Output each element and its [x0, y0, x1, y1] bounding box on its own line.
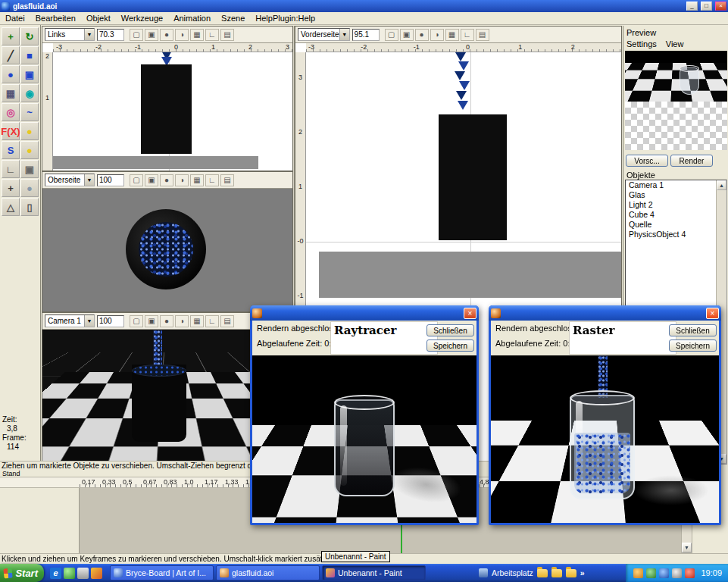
folder-icon[interactable]	[551, 569, 562, 577]
render-button[interactable]: Render	[670, 155, 713, 167]
zoom-input[interactable]	[352, 29, 380, 41]
smooth-mode-icon[interactable]: ●	[160, 174, 173, 186]
tray-icon[interactable]	[659, 568, 669, 578]
viewport-canvas-oberseite[interactable]	[42, 189, 292, 311]
camera-controls-icon[interactable]: ▤	[220, 29, 234, 41]
close-button[interactable]: Schließen	[669, 324, 717, 336]
shaded-mode-icon[interactable]: ▣	[400, 29, 414, 41]
textured-mode-icon[interactable]: ◑	[175, 315, 189, 327]
glass-object-camera[interactable]	[132, 365, 186, 442]
toolbar-label[interactable]: Arbeitsplatz	[492, 568, 533, 577]
tray-icon[interactable]	[646, 568, 656, 578]
spline-tool-icon[interactable]: S	[2, 141, 20, 159]
shaded-mode-icon[interactable]: ▣	[145, 29, 158, 41]
create-cube-tool-icon[interactable]: ■	[20, 46, 39, 64]
mesh-sphere-tool-icon[interactable]: ▦	[2, 84, 20, 102]
edit-points-tool-icon[interactable]: ╱	[2, 46, 20, 64]
spotlight-tool-icon[interactable]: ●	[20, 141, 39, 159]
zoom-input[interactable]	[97, 29, 124, 41]
torus-tool-icon[interactable]: ◎	[2, 103, 20, 121]
chevron-down-icon[interactable]: ▼	[339, 29, 349, 40]
pan-tool-icon[interactable]: +	[2, 179, 20, 197]
menu-item[interactable]: Animation	[168, 13, 216, 23]
folder-icon[interactable]	[537, 569, 548, 577]
floor-object[interactable]	[53, 156, 258, 169]
object-list-item[interactable]: Camera 1	[626, 180, 716, 190]
axes-toggle-icon[interactable]: ∟	[205, 174, 219, 186]
glass-object-front[interactable]	[439, 114, 507, 240]
task-button-glasfluid[interactable]: glasfluid.aoi	[216, 565, 320, 580]
task-button-bryce[interactable]: Bryce-Board | Art of I...	[110, 565, 214, 580]
object-list-item[interactable]: Glas	[626, 190, 716, 200]
menu-item[interactable]: Werkzeuge	[116, 13, 168, 23]
zoom-input[interactable]	[97, 174, 124, 186]
shaded-mode-icon[interactable]: ▣	[145, 174, 158, 186]
curve-tool-icon[interactable]: ~	[20, 103, 39, 121]
tab-settings[interactable]: Settings	[626, 39, 657, 48]
zoom-input[interactable]	[97, 315, 124, 327]
object-list-item[interactable]: Cube 4	[626, 210, 716, 220]
smooth-mode-icon[interactable]: ●	[160, 315, 173, 327]
axes-toggle-icon[interactable]: ∟	[205, 315, 219, 327]
camera-controls-icon[interactable]: ▤	[220, 174, 234, 186]
view-select-dropdown[interactable]: Oberseite ▼	[45, 174, 95, 186]
tab-view[interactable]: View	[666, 39, 684, 48]
close-icon[interactable]: ×	[464, 308, 476, 319]
chevron-down-icon[interactable]: ▼	[84, 174, 94, 186]
cone-tool-icon[interactable]: △	[2, 198, 20, 216]
wireframe-mode-icon[interactable]: ▢	[385, 29, 398, 41]
save-button[interactable]: Speichern	[426, 340, 474, 352]
smooth-mode-icon[interactable]: ●	[160, 29, 173, 41]
menu-item[interactable]: Szene	[216, 13, 250, 23]
textured-mode-icon[interactable]: ◑	[175, 29, 189, 41]
tray-icon[interactable]	[685, 568, 695, 578]
axes-toggle-icon[interactable]: ∟	[205, 29, 219, 41]
glass-object-side[interactable]	[141, 64, 192, 154]
grid-toggle-icon[interactable]: ▦	[190, 29, 204, 41]
preview-button[interactable]: Vorsc...	[626, 155, 668, 167]
grid-toggle-icon[interactable]: ▦	[190, 174, 204, 186]
viewport-canvas-links[interactable]	[53, 52, 292, 171]
object-list-item[interactable]: Quelle	[626, 220, 716, 230]
chevron-down-icon[interactable]: ▼	[84, 315, 94, 327]
floor-object[interactable]	[319, 252, 621, 298]
view-select-dropdown[interactable]: Vorderseite ▼	[298, 28, 350, 41]
media-player-icon[interactable]	[77, 568, 89, 579]
camera-tool-icon[interactable]: ▣	[20, 160, 39, 178]
close-button[interactable]: Schließen	[426, 324, 474, 336]
start-button[interactable]: Start	[0, 564, 44, 582]
cylinder-tool-icon[interactable]: ▯	[20, 198, 39, 216]
menu-item[interactable]: Datei	[0, 13, 30, 23]
view-select-dropdown[interactable]: Camera 1 ▼	[45, 314, 95, 327]
paint-quicklaunch-icon[interactable]	[91, 568, 102, 579]
wireframe-mode-icon[interactable]: ▢	[130, 315, 143, 327]
move-tool-icon[interactable]: +	[2, 27, 20, 45]
create-box-tool-icon[interactable]: ▣	[20, 65, 39, 83]
task-button-paint[interactable]: Unbenannt - Paint	[322, 565, 426, 580]
fxyz-tool-icon[interactable]: F(X)	[2, 122, 20, 140]
toolbar-overflow-chevron[interactable]: »	[580, 568, 585, 577]
wireframe-mode-icon[interactable]: ▢	[130, 174, 143, 186]
tray-icon[interactable]	[633, 568, 643, 578]
minimize-icon[interactable]: _	[686, 2, 698, 11]
chevron-down-icon[interactable]: ▼	[84, 29, 94, 40]
maximize-icon[interactable]: □	[701, 2, 712, 11]
view-select-dropdown[interactable]: Links ▼	[45, 28, 95, 41]
textured-mode-icon[interactable]: ◑	[175, 174, 189, 186]
scroll-up-icon[interactable]: ▲	[717, 180, 726, 190]
create-sphere-tool-icon[interactable]: ●	[2, 65, 20, 83]
internet-explorer-icon[interactable]: e	[50, 568, 61, 579]
close-icon[interactable]: ×	[715, 2, 726, 11]
boxed-sphere-tool-icon[interactable]: ◉	[20, 84, 39, 102]
close-icon[interactable]: ×	[706, 308, 719, 319]
menu-item[interactable]: Objekt	[81, 13, 116, 23]
menu-item[interactable]: HelpPlugin:Help	[250, 13, 320, 23]
show-desktop-icon[interactable]	[64, 568, 75, 579]
save-button[interactable]: Speichern	[669, 340, 717, 352]
light-tool-icon[interactable]: ●	[20, 122, 39, 140]
axes-tool-icon[interactable]: ∟	[2, 160, 20, 178]
object-list-item[interactable]: PhysicsObject 4	[626, 230, 716, 239]
folder-icon[interactable]	[566, 569, 576, 577]
wireframe-mode-icon[interactable]: ▢	[130, 29, 143, 41]
menu-item[interactable]: Bearbeiten	[30, 13, 81, 23]
